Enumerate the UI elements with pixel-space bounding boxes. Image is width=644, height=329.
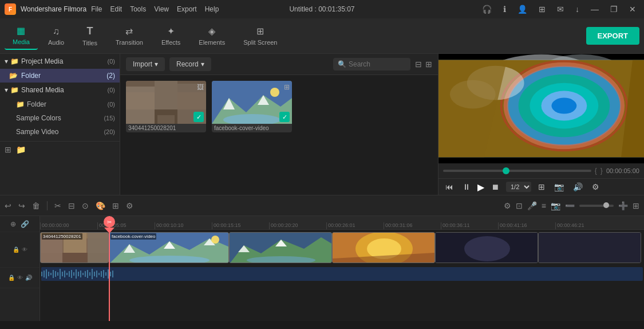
menu-tools[interactable]: Tools [130,5,146,13]
minimize-btn[interactable]: — [587,3,602,15]
close-btn[interactable]: ✕ [626,3,639,15]
new-folder-icon[interactable]: 📁 [16,145,26,154]
clip-menu-icon[interactable]: ≡ [542,201,546,210]
audio-lock-icon[interactable]: 🔒 [8,275,15,281]
project-media-header[interactable]: ▾ 📁 Project Media (0) [0,54,120,69]
preview-timeline-slider[interactable] [443,170,591,172]
search-input[interactable] [349,60,406,68]
folder-item[interactable]: 📂 Folder (2) [0,69,120,83]
toolbar-transition[interactable]: ⇄ Transition [108,22,151,49]
timeline-toolbar: ↩ ↪ 🗑 ✂ ⊟ ⊙ 🎨 ⊞ ⚙ ⚙ ⊡ 🎤 ≡ 📷 ➖ ➕ ⊞ [0,195,644,216]
undo-icon[interactable]: ↩ [5,201,11,210]
track-icon[interactable]: ⊡ [516,201,523,210]
sample-video-item[interactable]: Sample Video (20) [0,125,120,139]
audio-icon: ♫ [53,26,60,37]
ruler-mark-4: 00:00:20:20 [269,222,326,229]
add-folder-icon[interactable]: ⊞ [5,145,11,154]
media-item-1[interactable]: facebook-cover-video ⊞ ✓ [212,81,292,132]
volume-icon[interactable]: 🔊 [571,181,585,193]
video-clip-3[interactable] [332,232,435,263]
timeline-settings-icon[interactable]: ⚙ [504,201,511,210]
shared-folder-item[interactable]: 📁 Folder (0) [0,97,120,111]
menu-help[interactable]: Help [205,5,219,13]
download-icon[interactable]: ↓ [572,3,583,15]
project-title: Untitled : 00:01:35:07 [289,5,354,13]
media-type-icon-1: ⊞ [284,83,290,91]
link-icon[interactable]: 🔗 [21,220,29,228]
window-controls: 🎧 ℹ 👤 ⊞ ✉ ↓ — ❐ ✕ [479,3,639,15]
import-button[interactable]: Import ▾ [126,57,165,71]
chevron-down-icon: ▾ [5,57,8,65]
lock-icon[interactable]: 🔒 [13,246,19,253]
redo-icon[interactable]: ↪ [18,201,25,210]
video-clip-5[interactable] [538,232,641,263]
zoom-slider[interactable] [579,205,614,207]
cut-icon[interactable]: ✂ [54,201,61,210]
audio-hide-icon[interactable]: 👁 [17,275,23,281]
video-clip-4[interactable] [435,232,538,263]
mail-icon[interactable]: ✉ [554,3,567,15]
menu-file[interactable]: File [91,5,102,13]
titlebar: F Wondershare Filmora File Edit Tools Vi… [0,0,644,18]
zoom-out-icon[interactable]: ➖ [565,201,575,210]
toolbar-elements[interactable]: ◈ Elements [191,22,233,49]
crop-icon[interactable]: ⊟ [68,201,75,210]
toolbar-effects[interactable]: ✦ Effects [153,22,188,49]
menu-edit[interactable]: Edit [110,5,123,13]
toolbar-splitscreen[interactable]: ⊞ Split Screen [235,22,285,49]
color-icon[interactable]: 🎨 [96,201,105,210]
playhead-marker[interactable]: ✂ [104,216,115,233]
pause-btn[interactable]: ⏸ [460,181,473,193]
hide-icon[interactable]: 👁 [22,246,27,253]
record-button[interactable]: Record ▾ [169,57,211,71]
search-box[interactable]: 🔍 [333,58,410,70]
svg-rect-54 [41,267,614,281]
stop-btn[interactable]: ⏹ [489,181,501,193]
folder-item-count: (2) [106,72,115,80]
rotate-icon[interactable]: ⊙ [82,201,89,210]
svg-rect-59 [50,273,52,275]
sample-colors-item[interactable]: Sample Colors (15) [0,111,120,125]
preview-slider-handle[interactable] [503,167,509,174]
skip-back-btn[interactable]: ⏮ [443,181,456,193]
headphone-icon[interactable]: 🎧 [479,3,495,15]
toolbar-audio[interactable]: ♫ Audio [40,23,72,49]
video-clip-2[interactable] [229,232,332,263]
account-icon[interactable]: 👤 [514,3,531,15]
mic-icon[interactable]: 🎤 [527,201,537,210]
info-icon[interactable]: ℹ [500,3,509,15]
splitscreen-icon: ⊞ [256,26,264,37]
shared-folder-icon: 📁 [10,86,19,94]
menu-view[interactable]: View [154,5,169,13]
split-icon[interactable]: ⊞ [633,201,639,210]
search-icon: 🔍 [338,60,346,68]
fullscreen-icon[interactable]: ⊞ [536,181,547,193]
panel-bottom-actions: ⊞ 📁 [0,141,120,158]
voice-icon[interactable]: ⚙ [126,201,133,210]
toolbar-titles[interactable]: T Titles [74,22,105,50]
media-item-0[interactable]: 340441250028201 🖼 ✓ [126,81,206,132]
camera-icon[interactable]: 📷 [552,181,566,193]
screen-icon[interactable]: ⊞ [535,3,549,15]
settings-icon[interactable]: ⚙ [590,181,602,193]
delete-icon[interactable]: 🗑 [32,201,40,210]
add-track-icon[interactable]: ⊕ [10,220,16,228]
video-clip-1[interactable]: facebook-cover-video [109,232,229,263]
play-btn[interactable]: ▶ [477,182,484,193]
grid-view-icon[interactable]: ⊞ [425,60,432,69]
media-item-0-label: 340441250028201 [126,124,206,132]
filter-icon[interactable]: ⊟ [415,60,422,69]
maximize-btn[interactable]: ❐ [607,3,621,15]
shared-media-section: ▾ 📁 Shared Media (0) 📁 Folder (0) Sample… [0,83,120,139]
video-clip-0[interactable]: 340441250028201 [40,232,109,263]
toolbar-media[interactable]: ▦ Media [5,22,38,50]
playback-rate-select[interactable]: 1/2 1/4 1 2 [506,182,531,192]
menu-export[interactable]: Export [177,5,197,13]
zoom-in-icon[interactable]: ➕ [618,201,628,210]
audio-mute-icon[interactable]: 🔊 [25,275,32,281]
export-button[interactable]: EXPORT [586,27,639,45]
shared-media-header[interactable]: ▾ 📁 Shared Media (0) [0,83,120,97]
svg-rect-68 [71,270,72,278]
snapshot-icon[interactable]: 📷 [551,201,560,210]
speed-icon[interactable]: ⊞ [112,201,119,210]
